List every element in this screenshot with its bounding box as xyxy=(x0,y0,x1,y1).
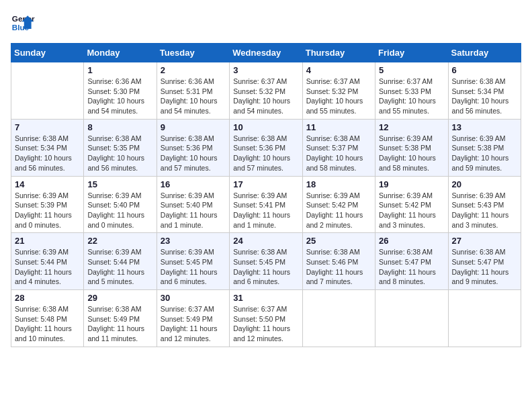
day-info: Sunrise: 6:37 AM Sunset: 5:32 PM Dayligh… xyxy=(233,77,298,116)
day-number: 23 xyxy=(161,236,226,246)
calendar-table: SundayMondayTuesdayWednesdayThursdayFrid… xyxy=(11,43,521,347)
calendar-cell: 12Sunrise: 6:39 AM Sunset: 5:38 PM Dayli… xyxy=(375,119,448,176)
calendar-cell: 10Sunrise: 6:38 AM Sunset: 5:36 PM Dayli… xyxy=(230,119,302,176)
day-info: Sunrise: 6:38 AM Sunset: 5:48 PM Dayligh… xyxy=(15,304,80,344)
day-info: Sunrise: 6:38 AM Sunset: 5:47 PM Dayligh… xyxy=(452,247,517,287)
calendar-cell xyxy=(11,62,84,120)
day-number: 12 xyxy=(379,122,444,132)
day-info: Sunrise: 6:39 AM Sunset: 5:44 PM Dayligh… xyxy=(87,247,152,287)
calendar-cell: 21Sunrise: 6:39 AM Sunset: 5:44 PM Dayli… xyxy=(11,233,84,290)
calendar-cell: 30Sunrise: 6:37 AM Sunset: 5:49 PM Dayli… xyxy=(157,290,229,347)
day-info: Sunrise: 6:39 AM Sunset: 5:39 PM Dayligh… xyxy=(15,191,80,230)
calendar-cell: 20Sunrise: 6:39 AM Sunset: 5:43 PM Dayli… xyxy=(448,176,521,233)
day-header-monday: Monday xyxy=(84,44,157,62)
calendar-cell: 2Sunrise: 6:36 AM Sunset: 5:31 PM Daylig… xyxy=(157,62,229,120)
calendar-cell: 23Sunrise: 6:39 AM Sunset: 5:45 PM Dayli… xyxy=(157,233,229,290)
calendar-cell: 11Sunrise: 6:38 AM Sunset: 5:37 PM Dayli… xyxy=(302,119,375,176)
day-number: 17 xyxy=(233,179,298,189)
day-info: Sunrise: 6:38 AM Sunset: 5:37 PM Dayligh… xyxy=(306,134,371,173)
day-number: 6 xyxy=(452,65,517,75)
calendar-cell: 6Sunrise: 6:38 AM Sunset: 5:34 PM Daylig… xyxy=(448,62,521,120)
day-number: 13 xyxy=(452,122,517,132)
calendar-cell: 28Sunrise: 6:38 AM Sunset: 5:48 PM Dayli… xyxy=(11,290,84,347)
calendar-cell: 14Sunrise: 6:39 AM Sunset: 5:39 PM Dayli… xyxy=(11,176,84,233)
day-info: Sunrise: 6:38 AM Sunset: 5:35 PM Dayligh… xyxy=(87,134,152,173)
day-info: Sunrise: 6:37 AM Sunset: 5:32 PM Dayligh… xyxy=(306,77,371,116)
day-number: 31 xyxy=(233,293,298,303)
day-info: Sunrise: 6:36 AM Sunset: 5:31 PM Dayligh… xyxy=(161,77,226,116)
day-info: Sunrise: 6:39 AM Sunset: 5:38 PM Dayligh… xyxy=(452,134,517,173)
calendar-week-4: 21Sunrise: 6:39 AM Sunset: 5:44 PM Dayli… xyxy=(11,233,521,290)
calendar-cell: 31Sunrise: 6:37 AM Sunset: 5:50 PM Dayli… xyxy=(230,290,302,347)
day-info: Sunrise: 6:39 AM Sunset: 5:42 PM Dayligh… xyxy=(306,191,371,230)
calendar-cell: 24Sunrise: 6:38 AM Sunset: 5:45 PM Dayli… xyxy=(230,233,302,290)
calendar-cell: 22Sunrise: 6:39 AM Sunset: 5:44 PM Dayli… xyxy=(84,233,157,290)
calendar-cell: 3Sunrise: 6:37 AM Sunset: 5:32 PM Daylig… xyxy=(230,62,302,120)
day-number: 8 xyxy=(87,122,152,132)
day-info: Sunrise: 6:39 AM Sunset: 5:45 PM Dayligh… xyxy=(161,247,226,287)
svg-text:General: General xyxy=(12,14,35,23)
calendar-cell: 17Sunrise: 6:39 AM Sunset: 5:41 PM Dayli… xyxy=(230,176,302,233)
calendar-week-1: 1Sunrise: 6:36 AM Sunset: 5:30 PM Daylig… xyxy=(11,62,521,120)
day-info: Sunrise: 6:36 AM Sunset: 5:30 PM Dayligh… xyxy=(87,77,152,116)
day-header-friday: Friday xyxy=(375,44,448,62)
day-number: 16 xyxy=(161,179,226,189)
day-header-wednesday: Wednesday xyxy=(230,44,302,62)
day-number: 30 xyxy=(161,293,226,303)
calendar-cell xyxy=(375,290,448,347)
day-header-thursday: Thursday xyxy=(302,44,375,62)
day-number: 28 xyxy=(15,293,80,303)
calendar-cell: 9Sunrise: 6:38 AM Sunset: 5:36 PM Daylig… xyxy=(157,119,229,176)
day-number: 19 xyxy=(379,179,444,189)
calendar-week-5: 28Sunrise: 6:38 AM Sunset: 5:48 PM Dayli… xyxy=(11,290,521,347)
day-info: Sunrise: 6:39 AM Sunset: 5:41 PM Dayligh… xyxy=(233,191,298,230)
logo: General Blue xyxy=(11,11,35,35)
day-number: 5 xyxy=(379,65,444,75)
day-number: 3 xyxy=(233,65,298,75)
day-header-sunday: Sunday xyxy=(11,44,84,62)
day-number: 20 xyxy=(452,179,517,189)
calendar-cell: 26Sunrise: 6:38 AM Sunset: 5:47 PM Dayli… xyxy=(375,233,448,290)
logo-icon: General Blue xyxy=(11,11,35,35)
day-info: Sunrise: 6:37 AM Sunset: 5:50 PM Dayligh… xyxy=(233,304,298,344)
calendar-cell: 18Sunrise: 6:39 AM Sunset: 5:42 PM Dayli… xyxy=(302,176,375,233)
calendar-week-2: 7Sunrise: 6:38 AM Sunset: 5:34 PM Daylig… xyxy=(11,119,521,176)
day-info: Sunrise: 6:39 AM Sunset: 5:44 PM Dayligh… xyxy=(15,247,80,287)
calendar-cell: 7Sunrise: 6:38 AM Sunset: 5:34 PM Daylig… xyxy=(11,119,84,176)
calendar-cell: 25Sunrise: 6:38 AM Sunset: 5:46 PM Dayli… xyxy=(302,233,375,290)
page-header: General Blue xyxy=(11,11,521,35)
day-info: Sunrise: 6:38 AM Sunset: 5:34 PM Dayligh… xyxy=(452,77,517,116)
calendar-cell xyxy=(448,290,521,347)
day-info: Sunrise: 6:38 AM Sunset: 5:49 PM Dayligh… xyxy=(87,304,152,344)
calendar-cell: 1Sunrise: 6:36 AM Sunset: 5:30 PM Daylig… xyxy=(84,62,157,120)
calendar-week-3: 14Sunrise: 6:39 AM Sunset: 5:39 PM Dayli… xyxy=(11,176,521,233)
day-number: 24 xyxy=(233,236,298,246)
day-info: Sunrise: 6:39 AM Sunset: 5:40 PM Dayligh… xyxy=(87,191,152,230)
day-number: 18 xyxy=(306,179,371,189)
day-number: 21 xyxy=(15,236,80,246)
day-number: 22 xyxy=(87,236,152,246)
calendar-cell xyxy=(302,290,375,347)
day-number: 15 xyxy=(87,179,152,189)
day-info: Sunrise: 6:37 AM Sunset: 5:49 PM Dayligh… xyxy=(161,304,226,344)
day-number: 7 xyxy=(15,122,80,132)
calendar-cell: 5Sunrise: 6:37 AM Sunset: 5:33 PM Daylig… xyxy=(375,62,448,120)
day-number: 9 xyxy=(161,122,226,132)
day-number: 10 xyxy=(233,122,298,132)
calendar-cell: 15Sunrise: 6:39 AM Sunset: 5:40 PM Dayli… xyxy=(84,176,157,233)
day-info: Sunrise: 6:38 AM Sunset: 5:45 PM Dayligh… xyxy=(233,247,298,287)
calendar-cell: 19Sunrise: 6:39 AM Sunset: 5:42 PM Dayli… xyxy=(375,176,448,233)
day-number: 1 xyxy=(87,65,152,75)
calendar-cell: 13Sunrise: 6:39 AM Sunset: 5:38 PM Dayli… xyxy=(448,119,521,176)
day-info: Sunrise: 6:39 AM Sunset: 5:38 PM Dayligh… xyxy=(379,134,444,173)
day-header-saturday: Saturday xyxy=(448,44,521,62)
day-info: Sunrise: 6:39 AM Sunset: 5:40 PM Dayligh… xyxy=(161,191,226,230)
day-info: Sunrise: 6:38 AM Sunset: 5:46 PM Dayligh… xyxy=(306,247,371,287)
day-info: Sunrise: 6:39 AM Sunset: 5:42 PM Dayligh… xyxy=(379,191,444,230)
calendar-cell: 29Sunrise: 6:38 AM Sunset: 5:49 PM Dayli… xyxy=(84,290,157,347)
day-info: Sunrise: 6:37 AM Sunset: 5:33 PM Dayligh… xyxy=(379,77,444,116)
day-info: Sunrise: 6:38 AM Sunset: 5:47 PM Dayligh… xyxy=(379,247,444,287)
calendar-cell: 16Sunrise: 6:39 AM Sunset: 5:40 PM Dayli… xyxy=(157,176,229,233)
day-header-tuesday: Tuesday xyxy=(157,44,229,62)
day-number: 29 xyxy=(87,293,152,303)
